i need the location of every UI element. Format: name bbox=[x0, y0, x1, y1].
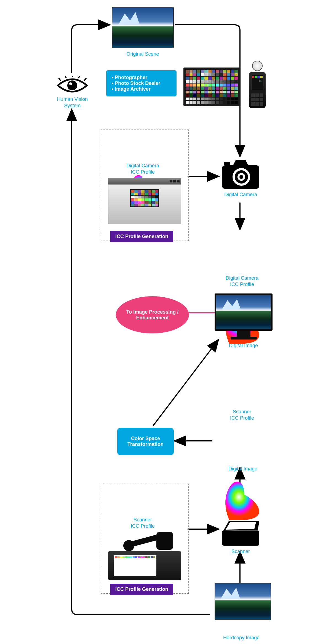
svg-rect-8 bbox=[224, 162, 230, 165]
scanner-icon bbox=[221, 518, 261, 548]
camera-icon bbox=[221, 157, 261, 190]
processing-oval: To Image Processing / Enhancement bbox=[116, 296, 189, 333]
scanner-icc-label-2: Scanner ICC Profile bbox=[112, 517, 174, 530]
eye-icon bbox=[57, 76, 88, 95]
svg-point-1 bbox=[69, 82, 72, 85]
scanner-label: Scanner bbox=[221, 548, 261, 555]
cst-box: Color Space Transformation bbox=[117, 428, 174, 455]
camera-icc-label-2: Digital Camera ICC Profile bbox=[215, 275, 269, 288]
viewing-booth-icon bbox=[108, 178, 181, 226]
roles-box: Photographer Photo Stock Dealer Image Ar… bbox=[106, 70, 177, 96]
svg-rect-13 bbox=[222, 530, 259, 546]
monitor-icon bbox=[215, 293, 273, 342]
gamut-icon bbox=[218, 479, 266, 522]
camera-icc-label-1: Digital Camera ICC Profile bbox=[112, 163, 174, 176]
scanner-icc-label-1: Scanner ICC Profile bbox=[215, 409, 269, 422]
original-scene-label: Original Scene bbox=[112, 51, 174, 57]
svg-line-2 bbox=[59, 78, 61, 81]
color-checker-swatches bbox=[186, 70, 238, 104]
role-item: Photo Stock Dealer bbox=[112, 80, 171, 86]
svg-line-5 bbox=[79, 76, 80, 78]
svg-line-3 bbox=[65, 76, 66, 78]
digital-camera-label: Digital Camera bbox=[218, 192, 263, 198]
human-vision-label: Human Vision System bbox=[57, 96, 88, 109]
icc-gen-label-2: ICC Profile Generation bbox=[110, 584, 173, 595]
digital-image-photo bbox=[215, 583, 271, 620]
role-item: Image Archiver bbox=[112, 86, 171, 92]
svg-point-0 bbox=[67, 80, 77, 90]
digital-image-label-1: Digital Image bbox=[218, 343, 269, 349]
human-vision-block: Human Vision System bbox=[57, 76, 88, 109]
spectrophotometer-icon bbox=[108, 532, 181, 580]
original-scene-photo bbox=[112, 7, 174, 48]
svg-point-12 bbox=[239, 175, 243, 179]
hardcopy-label: Hardcopy Image bbox=[212, 635, 270, 641]
digital-image-label-2: Digital Image bbox=[215, 466, 271, 472]
role-item: Photographer bbox=[112, 75, 171, 80]
svg-line-6 bbox=[84, 78, 86, 81]
icc-gen-label-1: ICC Profile Generation bbox=[110, 231, 173, 242]
light-meter-icon: 11. bbox=[247, 61, 268, 113]
